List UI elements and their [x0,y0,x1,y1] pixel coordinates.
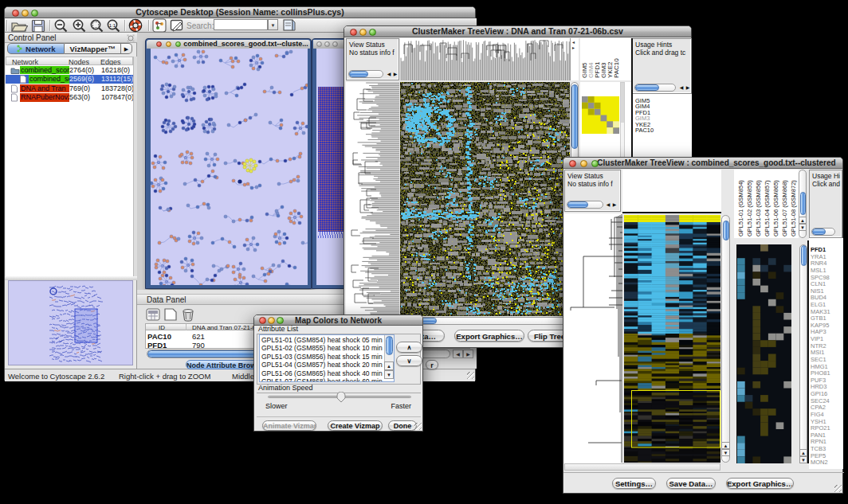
svg-text:GPL51-08 (GSM872): GPL51-08 (GSM872) [790,180,797,236]
svg-text:PAC10: PAC10 [613,58,620,78]
svg-text:GPL51-01 (GSM854): GPL51-01 (GSM854) [737,180,744,236]
svg-text:GPL51-04 (GSM857): GPL51-04 (GSM857) [764,180,771,236]
svg-text:GPL51-03 (GSM856): GPL51-03 (GSM856) [755,180,762,236]
svg-text:1:1: 1:1 [109,23,116,28]
svg-text:GPL51-07 (GSM868): GPL51-07 (GSM868) [781,180,788,236]
svg-text:GPL51-02 (GSM855): GPL51-02 (GSM855) [746,180,753,236]
svg-text:GPL51-06 (GSM865): GPL51-06 (GSM865) [772,180,779,236]
